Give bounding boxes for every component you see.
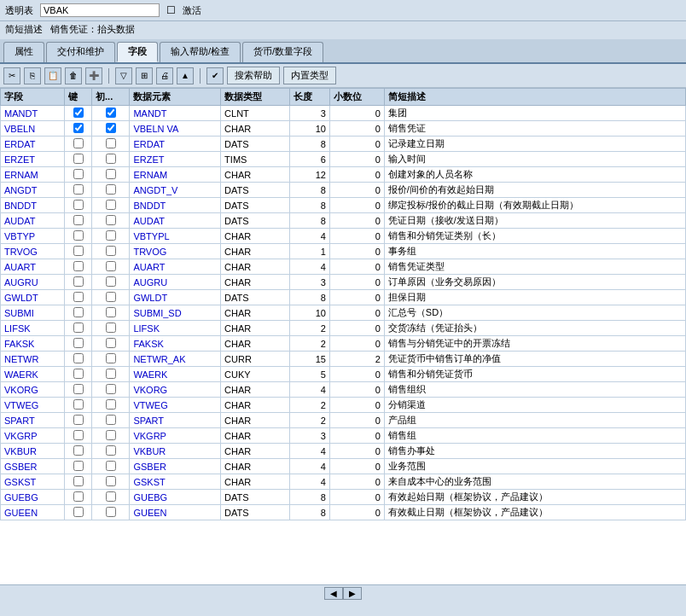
cell-data-element[interactable]: AUART	[130, 259, 221, 275]
cell-field[interactable]: GWLDT	[1, 290, 65, 305]
cell-field[interactable]: GSBER	[1, 459, 65, 474]
cell-initial[interactable]	[92, 459, 130, 474]
scroll-left[interactable]: ◀	[324, 587, 343, 600]
cell-data-element[interactable]: TRVOG	[130, 244, 221, 259]
cell-data-element[interactable]: GSBER	[130, 459, 221, 474]
check-button[interactable]: ✔	[206, 67, 224, 84]
key-checkbox[interactable]	[73, 292, 84, 302]
key-checkbox[interactable]	[73, 154, 84, 164]
key-checkbox[interactable]	[73, 215, 84, 225]
cell-key[interactable]	[65, 167, 92, 183]
cell-data-element[interactable]: AUDAT	[130, 213, 221, 229]
cell-key[interactable]	[65, 428, 92, 444]
cell-field[interactable]: VTWEG	[1, 398, 65, 413]
cell-field[interactable]: TRVOG	[1, 244, 65, 259]
key-checkbox[interactable]	[73, 184, 84, 195]
print-button[interactable]: 🖨	[156, 67, 173, 84]
cell-initial[interactable]	[92, 198, 130, 213]
cell-field[interactable]: GUEEN	[1, 505, 65, 520]
inner-type-button[interactable]: 内置类型	[283, 67, 336, 84]
cell-data-element[interactable]: ERNAM	[130, 167, 221, 183]
cell-data-element[interactable]: ERDAT	[130, 137, 221, 152]
cell-initial[interactable]	[92, 275, 130, 290]
cell-data-element[interactable]: WAERK	[130, 367, 221, 382]
cell-field[interactable]: AUGRU	[1, 275, 65, 290]
cell-initial[interactable]	[92, 183, 130, 198]
cell-initial[interactable]	[92, 398, 130, 413]
cell-field[interactable]: ERDAT	[1, 137, 65, 152]
initial-checkbox[interactable]	[106, 108, 116, 118]
initial-checkbox[interactable]	[106, 138, 116, 148]
cell-initial[interactable]	[92, 106, 130, 121]
search-help-button[interactable]: 搜索帮助	[227, 67, 280, 84]
scrollbar-area[interactable]: ◀ ▶	[0, 584, 686, 601]
cell-initial[interactable]	[92, 490, 130, 505]
cell-field[interactable]: FAKSK	[1, 336, 65, 352]
cell-key[interactable]	[65, 290, 92, 305]
initial-checkbox[interactable]	[106, 323, 116, 333]
cell-field[interactable]: VKGRP	[1, 428, 65, 444]
cell-initial[interactable]	[92, 444, 130, 459]
cell-key[interactable]	[65, 413, 92, 428]
cell-field[interactable]: VBTYP	[1, 229, 65, 244]
initial-checkbox[interactable]	[106, 430, 116, 440]
initial-checkbox[interactable]	[106, 307, 116, 317]
key-checkbox[interactable]	[73, 415, 84, 425]
cell-initial[interactable]	[92, 367, 130, 382]
cell-field[interactable]: BNDDT	[1, 198, 65, 213]
initial-checkbox[interactable]	[106, 399, 116, 410]
cell-key[interactable]	[65, 198, 92, 213]
cell-initial[interactable]	[92, 336, 130, 352]
cell-data-element[interactable]: MANDT	[130, 106, 221, 121]
initial-checkbox[interactable]	[106, 476, 116, 486]
key-checkbox[interactable]	[73, 307, 84, 317]
cell-data-element[interactable]: GWLDT	[130, 290, 221, 305]
cell-field[interactable]: ERNAM	[1, 167, 65, 183]
cell-field[interactable]: VKBUR	[1, 444, 65, 459]
cell-data-element[interactable]: AUGRU	[130, 275, 221, 290]
tab-交付和维护[interactable]: 交付和维护	[46, 42, 115, 62]
key-checkbox[interactable]	[73, 323, 84, 333]
key-checkbox[interactable]	[73, 246, 84, 256]
key-checkbox[interactable]	[73, 138, 84, 148]
key-checkbox[interactable]	[73, 338, 84, 348]
cell-key[interactable]	[65, 321, 92, 336]
cell-field[interactable]: GSKST	[1, 474, 65, 490]
cell-key[interactable]	[65, 275, 92, 290]
cell-initial[interactable]	[92, 413, 130, 428]
cut-button[interactable]: ✂	[3, 67, 20, 84]
initial-checkbox[interactable]	[106, 184, 116, 195]
key-checkbox[interactable]	[73, 507, 84, 517]
initial-checkbox[interactable]	[106, 169, 116, 179]
cell-data-element[interactable]: GUEBG	[130, 490, 221, 505]
key-checkbox[interactable]	[73, 169, 84, 179]
cell-initial[interactable]	[92, 167, 130, 183]
cell-field[interactable]: SUBMI	[1, 305, 65, 321]
cell-data-element[interactable]: LIFSK	[130, 321, 221, 336]
cell-data-element[interactable]: VKGRP	[130, 428, 221, 444]
initial-checkbox[interactable]	[106, 246, 116, 256]
cell-key[interactable]	[65, 398, 92, 413]
cell-data-element[interactable]: NETWR_AK	[130, 352, 221, 367]
cell-data-element[interactable]: VKBUR	[130, 444, 221, 459]
key-checkbox[interactable]	[73, 261, 84, 271]
cell-key[interactable]	[65, 137, 92, 152]
initial-checkbox[interactable]	[106, 261, 116, 271]
key-checkbox[interactable]	[73, 445, 84, 456]
cell-field[interactable]: AUART	[1, 259, 65, 275]
tab-属性[interactable]: 属性	[3, 42, 44, 62]
cell-initial[interactable]	[92, 352, 130, 367]
cell-key[interactable]	[65, 474, 92, 490]
cell-key[interactable]	[65, 336, 92, 352]
initial-checkbox[interactable]	[106, 200, 116, 210]
initial-checkbox[interactable]	[106, 445, 116, 456]
cell-data-element[interactable]: VKORG	[130, 382, 221, 398]
key-checkbox[interactable]	[73, 461, 84, 471]
cell-data-element[interactable]: VBTYPL	[130, 229, 221, 244]
key-checkbox[interactable]	[73, 230, 84, 241]
initial-checkbox[interactable]	[106, 415, 116, 425]
copy-button[interactable]: ⎘	[24, 67, 41, 84]
paste-button[interactable]: 📋	[44, 67, 61, 84]
cell-data-element[interactable]: ERZET	[130, 152, 221, 167]
cell-key[interactable]	[65, 259, 92, 275]
